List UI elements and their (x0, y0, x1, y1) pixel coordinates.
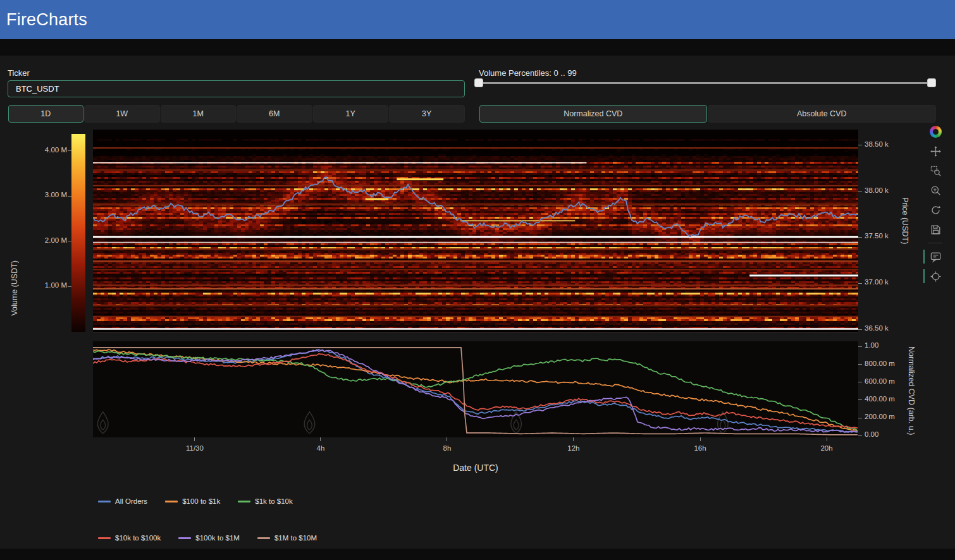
save-tool-icon[interactable] (928, 222, 943, 237)
range-button-1w[interactable]: 1W (84, 105, 160, 123)
app-header: FireCharts (0, 0, 955, 39)
tick-label: 36.50 k (865, 324, 889, 332)
slider-handle-max[interactable] (927, 78, 936, 87)
legend-label: All Orders (115, 497, 147, 505)
tick-mark (68, 286, 71, 287)
legend-item: $1M to $10M (257, 534, 317, 542)
tick-label: 1.00 (865, 341, 878, 349)
crosshair-tool-icon[interactable] (928, 269, 943, 284)
chart-toolbar (925, 124, 946, 284)
legend-item: All Orders (98, 497, 147, 505)
tick-label: 1.00 M (33, 281, 67, 289)
tick-label: 37.00 k (865, 278, 889, 286)
cvd-mode-button-absolute[interactable]: Absolute CVD (708, 105, 936, 123)
header-divider-strip (0, 39, 955, 56)
wheel-zoom-tool-icon[interactable] (928, 183, 943, 198)
tick-label: 38.50 k (865, 140, 889, 148)
legend-label: $10k to $100k (115, 534, 161, 542)
tick-label: 11/30 (173, 444, 217, 452)
tick-label: 400.00 m (865, 395, 895, 403)
legend-item: $10k to $100k (98, 534, 161, 542)
legend-swatch (238, 501, 250, 502)
tick-mark (858, 364, 862, 365)
legend-swatch (98, 501, 111, 502)
range-button-group: 1D 1W 1M 6M 1Y 3Y (8, 105, 465, 123)
range-button-3y[interactable]: 3Y (389, 105, 465, 123)
cvd-mode-button-normalized[interactable]: Normalized CVD (479, 105, 708, 123)
tick-mark (858, 145, 862, 145)
volume-colorbar (71, 134, 85, 332)
tick-label: 600.00 m (865, 377, 895, 385)
tick-label: 0.00 (865, 430, 878, 438)
legend-row-2: $10k to $100k$100k to $1M$1M to $10M (98, 534, 317, 542)
tick-label: 8h (425, 444, 469, 452)
app-title: FireCharts (0, 10, 87, 30)
cvd-axis-title: Normalized CVD (arb. u.) (907, 346, 916, 435)
cvd-plot[interactable] (93, 341, 858, 437)
slider-handle-min[interactable] (474, 78, 483, 87)
tick-label: 800.00 m (865, 360, 895, 367)
volume-percentiles-label: Volume Percentiles: 0 .. 99 (479, 68, 577, 78)
tick-mark (858, 399, 862, 400)
legend-swatch (257, 537, 270, 539)
tick-mark (827, 437, 827, 441)
tick-mark (858, 329, 862, 330)
legend-label: $100 to $1k (182, 497, 220, 505)
cvd-mode-button-group: Normalized CVD Absolute CVD (479, 105, 936, 123)
range-button-6m[interactable]: 6M (237, 105, 312, 123)
legend-label: $1M to $10M (274, 534, 317, 542)
legend-swatch (165, 501, 178, 502)
tick-mark (858, 418, 862, 418)
legend-item: $1k to $10k (238, 497, 292, 505)
volume-axis-title: Volume (USDT) (10, 260, 19, 316)
tick-mark (573, 437, 574, 441)
tick-mark (858, 382, 862, 382)
heatmap-plot[interactable] (93, 130, 858, 333)
tick-mark (447, 437, 447, 441)
tick-mark (68, 196, 71, 197)
range-button-1m[interactable]: 1M (161, 105, 237, 123)
tick-mark (858, 237, 862, 238)
tick-mark (858, 346, 862, 347)
box-zoom-tool-icon[interactable] (928, 163, 943, 178)
tick-label: 37.50 k (865, 232, 889, 240)
ticker-label: Ticker (8, 68, 30, 78)
footer-strip (0, 549, 955, 560)
tick-mark (858, 283, 862, 284)
reset-tool-icon[interactable] (928, 202, 943, 217)
tick-label: 20h (804, 444, 849, 452)
legend-item: $100k to $1M (178, 534, 240, 542)
tick-mark (194, 437, 195, 441)
legend-label: $1k to $10k (255, 497, 292, 505)
pan-tool-icon[interactable] (928, 143, 943, 159)
slider-selected-range[interactable] (479, 82, 932, 84)
tick-mark (700, 437, 701, 441)
tick-mark (858, 435, 862, 436)
range-button-1y[interactable]: 1Y (313, 105, 389, 123)
legend-item: $100 to $1k (165, 497, 220, 505)
page-root: FireCharts Ticker Volume Percentiles: 0 … (0, 0, 955, 560)
legend-label: $100k to $1M (195, 534, 240, 542)
tick-label: 12h (551, 444, 596, 452)
tick-mark (320, 437, 321, 441)
volume-percentiles-slider[interactable] (474, 77, 936, 88)
tick-label: 16h (678, 444, 722, 452)
legend-swatch (98, 537, 111, 539)
tick-mark (858, 191, 862, 192)
range-button-1d[interactable]: 1D (8, 105, 84, 123)
tick-mark (68, 241, 71, 241)
tick-mark (68, 150, 71, 151)
bokeh-logo[interactable] (928, 124, 943, 139)
tick-label: 38.00 k (865, 186, 889, 194)
hover-tool-icon[interactable] (928, 249, 943, 264)
price-axis-title: Price (USDT) (901, 197, 909, 244)
date-axis-title: Date (UTC) (438, 463, 514, 473)
tick-label: 200.00 m (865, 413, 895, 420)
toolbar-divider (928, 243, 942, 243)
tick-label: 4h (299, 444, 343, 452)
tick-label: 3.00 M (33, 191, 67, 198)
legend-swatch (178, 537, 191, 539)
ticker-input[interactable] (8, 80, 465, 97)
tick-label: 2.00 M (33, 236, 67, 244)
legend-row-1: All Orders$100 to $1k$1k to $10k (98, 497, 293, 505)
